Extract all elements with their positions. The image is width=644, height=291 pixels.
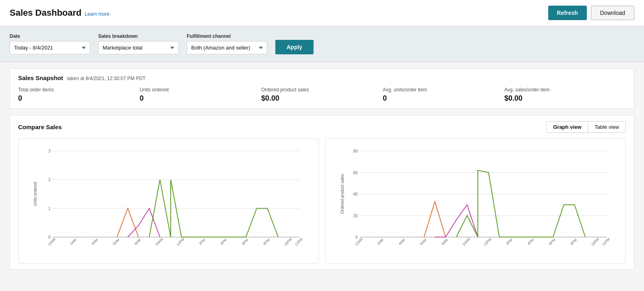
svg-text:6PM: 6PM xyxy=(241,238,249,246)
metric-label: Total order items xyxy=(18,87,132,93)
metric-item: Total order items 0 xyxy=(18,87,140,103)
snapshot-timestamp: taken at 8/4/2021, 12:30:07 PM PDT xyxy=(67,76,146,81)
title-area: Sales Dashboard Learn more xyxy=(10,8,109,18)
svg-text:Ordered product sales: Ordered product sales xyxy=(340,174,345,214)
svg-text:2AM: 2AM xyxy=(69,238,77,246)
fulfillment-select[interactable]: Both (Amazon and seller) xyxy=(187,41,267,54)
svg-text:11PM: 11PM xyxy=(294,237,304,247)
graph-view-button[interactable]: Graph view xyxy=(547,122,588,132)
svg-text:6PM: 6PM xyxy=(548,238,556,246)
view-toggle: Graph view Table view xyxy=(546,121,626,133)
date-filter-group: Date Today - 8/4/2021 xyxy=(10,33,90,54)
snapshot-title: Sales Snapshot xyxy=(18,74,63,81)
filter-bar: Date Today - 8/4/2021 Sales breakdown Ma… xyxy=(0,26,644,62)
metric-value: 0 xyxy=(383,94,496,103)
metric-value: $0.00 xyxy=(504,94,618,103)
sales-filter-label: Sales breakdown xyxy=(98,33,179,39)
svg-text:4AM: 4AM xyxy=(398,238,406,246)
svg-text:12PM: 12PM xyxy=(176,237,186,247)
svg-text:Units ordered: Units ordered xyxy=(33,182,37,206)
metric-label: Units ordered xyxy=(140,87,253,93)
top-bar: Sales Dashboard Learn more Refresh Downl… xyxy=(0,0,644,26)
charts-container: 012312AM2AM4AM6AM8AM10AM12PM2PM4PM6PM8PM… xyxy=(18,138,626,264)
fulfillment-filter-group: Fulfillment channel Both (Amazon and sel… xyxy=(187,33,267,54)
svg-text:12PM: 12PM xyxy=(483,237,493,247)
svg-text:11PM: 11PM xyxy=(601,237,611,247)
download-button[interactable]: Download xyxy=(591,6,634,20)
svg-text:6AM: 6AM xyxy=(112,238,120,246)
date-select[interactable]: Today - 8/4/2021 xyxy=(10,41,90,54)
svg-text:80: 80 xyxy=(353,149,358,153)
compare-section: Compare Sales Graph view Table view 0123… xyxy=(10,115,634,270)
svg-text:8PM: 8PM xyxy=(570,238,578,246)
metric-value: 0 xyxy=(140,94,253,103)
date-filter-label: Date xyxy=(10,33,90,39)
svg-text:0: 0 xyxy=(48,235,51,239)
refresh-button[interactable]: Refresh xyxy=(548,6,587,20)
sales-select[interactable]: Marketplace total xyxy=(98,41,179,54)
svg-text:10PM: 10PM xyxy=(590,237,600,247)
snapshot-section: Sales Snapshot taken at 8/4/2021, 12:30:… xyxy=(10,68,634,109)
svg-text:6AM: 6AM xyxy=(419,238,427,246)
svg-text:8PM: 8PM xyxy=(262,238,270,246)
svg-text:40: 40 xyxy=(353,192,358,196)
svg-text:2AM: 2AM xyxy=(376,238,384,246)
svg-text:0: 0 xyxy=(355,235,358,239)
fulfillment-filter-label: Fulfillment channel xyxy=(187,33,267,39)
svg-text:60: 60 xyxy=(353,171,358,175)
page-title: Sales Dashboard xyxy=(10,8,82,18)
metric-label: Ordered product sales xyxy=(261,87,375,93)
learn-more-link[interactable]: Learn more xyxy=(85,11,109,17)
svg-text:4PM: 4PM xyxy=(219,238,227,246)
metric-value: $0.00 xyxy=(261,94,375,103)
svg-text:3: 3 xyxy=(48,149,51,153)
svg-text:8AM: 8AM xyxy=(441,238,449,246)
svg-text:2PM: 2PM xyxy=(505,238,513,246)
table-view-button[interactable]: Table view xyxy=(588,122,625,132)
svg-text:2: 2 xyxy=(48,177,51,182)
metric-item: Avg. units/order item 0 xyxy=(383,87,504,103)
svg-text:1: 1 xyxy=(48,206,51,211)
chart-box-2: 02040608012AM2AM4AM6AM8AM10AM12PM2PM4PM6… xyxy=(325,138,626,264)
top-bar-actions: Refresh Download xyxy=(548,6,634,20)
metric-value: 0 xyxy=(18,94,132,103)
svg-text:2PM: 2PM xyxy=(198,238,206,246)
units-chart: 012312AM2AM4AM6AM8AM10AM12PM2PM4PM6PM8PM… xyxy=(23,145,314,258)
snapshot-metrics: Total order items 0Units ordered 0Ordere… xyxy=(18,87,626,103)
metric-label: Avg. sales/order item xyxy=(504,87,618,93)
svg-text:4PM: 4PM xyxy=(526,238,535,246)
svg-text:10PM: 10PM xyxy=(283,237,293,247)
product-sales-chart: 02040608012AM2AM4AM6AM8AM10AM12PM2PM4PM6… xyxy=(330,145,621,258)
metric-item: Units ordered 0 xyxy=(140,87,261,103)
apply-button[interactable]: Apply xyxy=(275,40,314,54)
chart-box-1: 012312AM2AM4AM6AM8AM10AM12PM2PM4PM6PM8PM… xyxy=(18,138,319,264)
svg-text:10AM: 10AM xyxy=(461,237,471,247)
svg-text:10AM: 10AM xyxy=(154,237,164,247)
metric-item: Ordered product sales $0.00 xyxy=(261,87,383,103)
compare-header: Compare Sales Graph view Table view xyxy=(18,121,626,133)
svg-text:8AM: 8AM xyxy=(134,238,142,246)
svg-text:20: 20 xyxy=(353,214,358,218)
metric-label: Avg. units/order item xyxy=(383,87,496,93)
compare-title: Compare Sales xyxy=(18,124,62,130)
snapshot-header: Sales Snapshot taken at 8/4/2021, 12:30:… xyxy=(18,74,626,81)
main-content: Sales Snapshot taken at 8/4/2021, 12:30:… xyxy=(0,62,644,276)
svg-text:4AM: 4AM xyxy=(91,238,99,246)
metric-item: Avg. sales/order item $0.00 xyxy=(504,87,626,103)
sales-filter-group: Sales breakdown Marketplace total xyxy=(98,33,179,54)
